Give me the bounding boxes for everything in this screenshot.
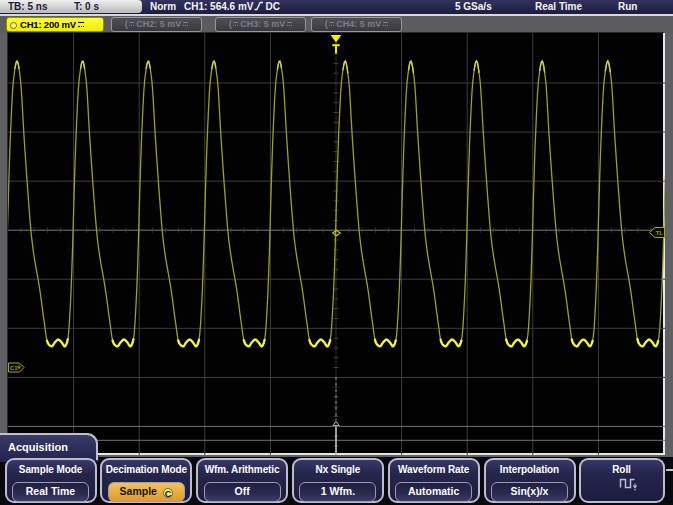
svg-text:C1: C1 bbox=[10, 365, 18, 371]
svg-text:TL: TL bbox=[656, 230, 664, 236]
